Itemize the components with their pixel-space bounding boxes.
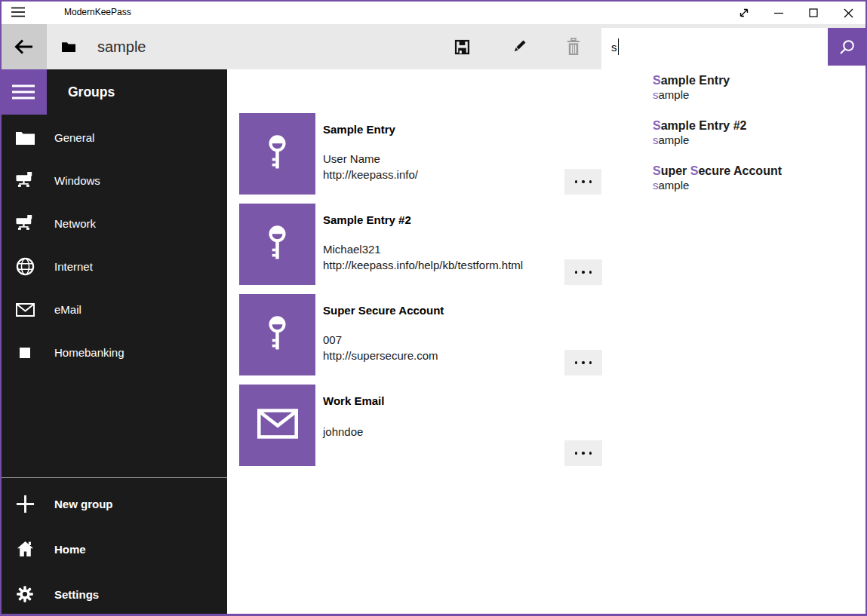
envelope-icon <box>257 409 298 442</box>
key-icon <box>267 135 287 173</box>
save-icon <box>453 38 471 56</box>
search-result[interactable]: Sample Entrysample <box>601 73 865 118</box>
folder-icon <box>15 130 35 145</box>
home-icon <box>15 540 35 558</box>
sidebar-item-label: Internet <box>54 260 93 273</box>
entry-more-button[interactable] <box>564 350 602 375</box>
sidebar-item-email[interactable]: eMail <box>0 288 227 331</box>
entry-username: Michael321 <box>323 241 523 257</box>
entry-tile <box>239 113 315 195</box>
nav-hamburger-button[interactable] <box>0 69 47 115</box>
database-title: sample <box>97 24 146 69</box>
entry-more-button[interactable] <box>564 169 602 195</box>
search-result-subtitle: sample <box>653 133 865 148</box>
search-icon <box>838 38 856 56</box>
entry-row-super-secure-account[interactable]: Super Secure Account007http://supersecur… <box>239 294 843 375</box>
key-icon <box>267 225 287 264</box>
groups-heading: Groups <box>68 69 115 115</box>
minimize-button[interactable] <box>761 2 796 24</box>
text-caret <box>618 38 620 55</box>
square-icon <box>15 348 35 358</box>
sidebar-action-new-group[interactable]: New group <box>0 481 227 526</box>
sidebar: Groups GeneralWindowsNetworkInterneteMai… <box>0 69 227 616</box>
entry-tile <box>239 385 315 466</box>
sidebar-item-internet[interactable]: Internet <box>0 245 227 288</box>
close-button[interactable] <box>831 2 865 24</box>
network-computer-icon <box>15 172 35 189</box>
app-window: ModernKeePass sample <box>0 0 867 616</box>
search-result-subtitle: sample <box>653 87 865 103</box>
gear-icon <box>15 585 35 603</box>
search-result-title: Sample Entry #2 <box>653 118 865 133</box>
app-bar: sample s <box>0 24 867 69</box>
search-results-dropdown: Sample EntrysampleSample Entry #2sampleS… <box>601 66 865 216</box>
ellipsis-icon <box>575 180 578 183</box>
sidebar-item-label: Windows <box>54 174 100 187</box>
edit-button[interactable] <box>501 29 537 65</box>
entry-url: http://keepass.info/help/kb/testform.htm… <box>323 257 523 273</box>
entry-username: 007 <box>323 332 438 348</box>
search-result-subtitle: sample <box>653 178 865 193</box>
entry-title: Work Email <box>323 394 384 407</box>
database-folder-icon <box>62 24 75 69</box>
entry-title: Sample Entry #2 <box>323 213 411 226</box>
trash-icon <box>566 38 581 56</box>
entry-title: Super Secure Account <box>323 304 444 317</box>
search-input-value: s <box>611 41 617 54</box>
titlebar: ModernKeePass <box>0 0 867 24</box>
search-result[interactable]: Sample Entry #2sample <box>601 118 865 164</box>
sidebar-item-windows[interactable]: Windows <box>0 159 227 202</box>
sidebar-actions: New groupHomeSettings <box>0 481 227 616</box>
window-controls <box>727 2 865 24</box>
maximize-button[interactable] <box>796 2 831 24</box>
sidebar-action-home[interactable]: Home <box>0 526 227 572</box>
globe-icon <box>15 257 35 276</box>
sidebar-item-network[interactable]: Network <box>0 202 227 245</box>
app-title: ModernKeePass <box>64 0 131 24</box>
entry-username: johndoe <box>323 424 363 440</box>
entry-url: http://supersecure.com <box>323 348 438 363</box>
fullscreen-button[interactable] <box>727 2 761 24</box>
entry-url: http://keepass.info/ <box>323 167 418 182</box>
group-list: GeneralWindowsNetworkInterneteMailHomeba… <box>0 116 227 374</box>
sidebar-item-label: General <box>54 131 94 144</box>
sidebar-item-label: Homebanking <box>54 346 125 359</box>
sidebar-action-settings[interactable]: Settings <box>0 572 227 616</box>
sidebar-item-general[interactable]: General <box>0 116 227 159</box>
sidebar-action-label: Settings <box>54 588 99 601</box>
sidebar-action-label: New group <box>54 498 113 510</box>
sidebar-item-label: eMail <box>54 303 81 316</box>
delete-button[interactable] <box>555 29 592 65</box>
save-button[interactable] <box>444 29 480 65</box>
pencil-icon <box>511 38 527 55</box>
search-button[interactable] <box>828 28 865 66</box>
entry-more-button[interactable] <box>564 259 602 285</box>
hamburger-icon <box>12 84 35 100</box>
sidebar-item-label: Network <box>54 217 96 230</box>
entry-tile <box>239 204 315 285</box>
back-button[interactable] <box>0 24 47 69</box>
ellipsis-icon <box>575 361 578 364</box>
titlebar-hamburger-icon[interactable] <box>11 6 26 18</box>
sidebar-action-label: Home <box>54 543 86 556</box>
sidebar-item-homebanking[interactable]: Homebanking <box>0 331 227 374</box>
entry-tile <box>239 294 315 375</box>
plus-icon <box>15 495 35 513</box>
network-computer-icon <box>15 215 35 232</box>
back-arrow-icon <box>14 38 33 55</box>
mail-icon <box>15 303 35 317</box>
key-icon <box>267 316 287 354</box>
entry-title: Sample Entry <box>323 123 395 136</box>
sidebar-divider <box>0 477 227 478</box>
search-result[interactable]: Super Secure Accountsample <box>601 164 865 209</box>
search-result-title: Sample Entry <box>653 73 865 87</box>
entry-username: User Name <box>323 151 418 167</box>
search-input[interactable]: s <box>601 28 828 66</box>
entry-row-work-email[interactable]: Work Emailjohndoe <box>239 385 843 466</box>
entry-more-button[interactable] <box>564 440 602 466</box>
ellipsis-icon <box>575 271 578 274</box>
search-result-title: Super Secure Account <box>653 164 865 178</box>
ellipsis-icon <box>575 452 578 455</box>
